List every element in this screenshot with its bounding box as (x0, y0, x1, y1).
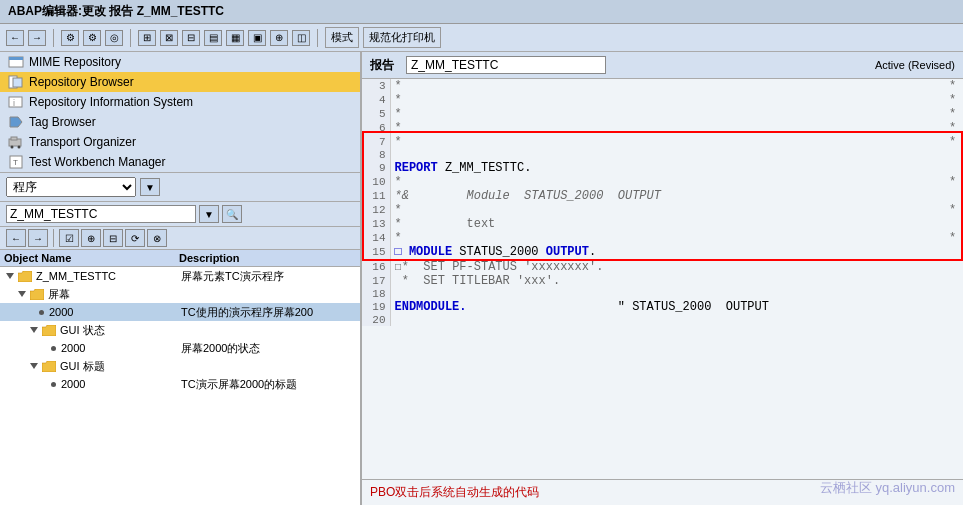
nav-tag-browser[interactable]: Tag Browser (0, 112, 360, 132)
fwd-btn2[interactable]: → (28, 229, 48, 247)
nav-transport[interactable]: Transport Organizer (0, 132, 360, 152)
tree-btn5[interactable]: ⊗ (147, 229, 167, 247)
code-line: 15 □ MODULE STATUS_2000 OUTPUT. (362, 245, 963, 259)
tree-btn2[interactable]: ⊕ (81, 229, 101, 247)
line-content: * * (390, 79, 963, 93)
line-content: ☐* SET PF-STATUS 'xxxxxxxx'. (390, 259, 963, 274)
back-btn[interactable]: ← (6, 30, 24, 46)
tree-node-name: 2000 (49, 306, 73, 318)
line-content: * SET TITLEBAR 'xxx'. (390, 274, 963, 288)
line-number: 20 (362, 314, 390, 326)
code-wrapper: 3 * * 4 * (362, 79, 963, 326)
title-bar: ABAP编辑器:更改 报告 Z_MM_TESTTC (0, 0, 963, 24)
back-btn2[interactable]: ← (6, 229, 26, 247)
nav-repository-browser[interactable]: Repository Browser (0, 72, 360, 92)
tree-node-name: GUI 标题 (60, 359, 105, 374)
line-content: ENDMODULE. " STATUS_2000 OUTPUT (390, 300, 963, 314)
right-panel: 报告 Active (Revised) 3 * (362, 52, 963, 505)
tool9[interactable]: ▣ (248, 30, 266, 46)
tool1[interactable]: ⚙ (61, 30, 79, 46)
line-number: 15 (362, 245, 390, 259)
tool4[interactable]: ⊞ (138, 30, 156, 46)
code-line: 10 * * (362, 175, 963, 189)
expand-icon (30, 327, 38, 333)
tree-btn4[interactable]: ⟳ (125, 229, 145, 247)
tree-node-name: GUI 状态 (60, 323, 105, 338)
tree-row[interactable]: GUI 标题 (0, 357, 360, 375)
mode-btn[interactable]: 模式 (325, 27, 359, 48)
tool6[interactable]: ⊟ (182, 30, 200, 46)
tree-btn1[interactable]: ☑ (59, 229, 79, 247)
object-name-input[interactable] (6, 205, 196, 223)
tree-node-desc: 屏幕元素TC演示程序 (177, 269, 358, 284)
code-line: 3 * * (362, 79, 963, 93)
code-line: 20 (362, 314, 963, 326)
line-content: * * (390, 135, 963, 149)
tree-btn3[interactable]: ⊟ (103, 229, 123, 247)
nav-test-workbench[interactable]: T Test Workbench Manager (0, 152, 360, 172)
toolbar: ← → ⚙ ⚙ ◎ ⊞ ⊠ ⊟ ▤ ▦ ▣ ⊕ ◫ 模式 规范化打印机 (0, 24, 963, 52)
tool2[interactable]: ⚙ (83, 30, 101, 46)
code-area[interactable]: 3 * * 4 * (362, 79, 963, 479)
tool11[interactable]: ◫ (292, 30, 310, 46)
code-line: 13 * text (362, 217, 963, 231)
dropdown-arrow[interactable]: ▼ (140, 178, 160, 196)
tag-icon (8, 115, 24, 129)
code-line: 7 * * (362, 135, 963, 149)
line-content (390, 288, 963, 300)
code-line: 18 (362, 288, 963, 300)
repo-info-label: Repository Information System (29, 95, 193, 109)
tree-row[interactable]: 2000 屏幕2000的状态 (0, 339, 360, 357)
test-icon: T (8, 155, 24, 169)
folder-icon (30, 289, 44, 300)
tree-row[interactable]: Z_MM_TESTTC 屏幕元素TC演示程序 (0, 267, 360, 285)
code-line: 6 * * (362, 121, 963, 135)
nav-repo-info[interactable]: i Repository Information System (0, 92, 360, 112)
line-number: 3 (362, 79, 390, 93)
repo-label: Repository Browser (29, 75, 134, 89)
report-status: Active (Revised) (875, 59, 955, 71)
input-row: ▼ 🔍 (0, 202, 360, 226)
tree-row[interactable]: GUI 状态 (0, 321, 360, 339)
transport-icon (8, 135, 24, 149)
code-line: 12 * * (362, 203, 963, 217)
code-line: 14 * * (362, 231, 963, 245)
folder-icon (42, 361, 56, 372)
tool5[interactable]: ⊠ (160, 30, 178, 46)
tree-node-name: 2000 (61, 342, 85, 354)
object-type-select[interactable]: 程序 函数组 类 (6, 177, 136, 197)
tree-row[interactable]: 屏幕 (0, 285, 360, 303)
nav-mime-repository[interactable]: MIME Repository (0, 52, 360, 72)
tool7[interactable]: ▤ (204, 30, 222, 46)
tree-node-name: 屏幕 (48, 287, 70, 302)
tool8[interactable]: ▦ (226, 30, 244, 46)
input-dropdown[interactable]: ▼ (199, 205, 219, 223)
report-header: 报告 Active (Revised) (362, 52, 963, 79)
line-content: *& Module STATUS_2000 OUTPUT (390, 189, 963, 203)
bottom-text: PBO双击后系统自动生成的代码 (370, 485, 539, 499)
code-line: 11 *& Module STATUS_2000 OUTPUT (362, 189, 963, 203)
line-number: 6 (362, 121, 390, 135)
sep4 (53, 229, 54, 247)
tool10[interactable]: ⊕ (270, 30, 288, 46)
code-line: 19 ENDMODULE. " STATUS_2000 OUTPUT (362, 300, 963, 314)
tree-area: Object Name Description Z_MM_TESTTC 屏幕元素… (0, 250, 360, 505)
tree-row[interactable]: 2000 TC演示屏幕2000的标题 (0, 375, 360, 393)
line-number: 17 (362, 274, 390, 288)
search-btn[interactable]: 🔍 (222, 205, 242, 223)
report-name-input[interactable] (406, 56, 606, 74)
line-number: 5 (362, 107, 390, 121)
nav-items: MIME Repository Repository Browser i Rep… (0, 52, 360, 172)
svg-marker-6 (10, 117, 22, 127)
tree-row[interactable]: 2000 TC使用的演示程序屏幕200 (0, 303, 360, 321)
left-panel: MIME Repository Repository Browser i Rep… (0, 52, 362, 505)
line-number: 4 (362, 93, 390, 107)
tool3[interactable]: ◎ (105, 30, 123, 46)
forward-btn[interactable]: → (28, 30, 46, 46)
line-number: 16 (362, 259, 390, 274)
code-line: 8 (362, 149, 963, 161)
controls-row: 程序 函数组 类 ▼ (0, 172, 360, 202)
line-number: 14 (362, 231, 390, 245)
test-label: Test Workbench Manager (29, 155, 166, 169)
print-btn[interactable]: 规范化打印机 (363, 27, 441, 48)
